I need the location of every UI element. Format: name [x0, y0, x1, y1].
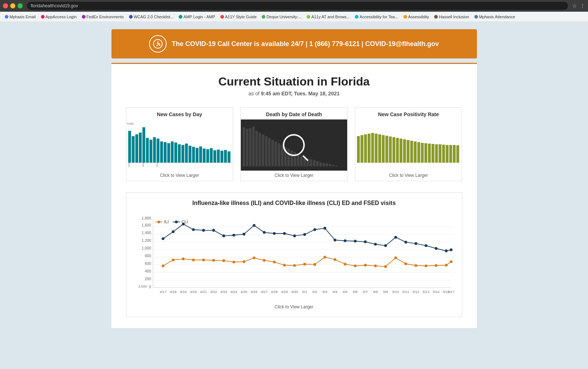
svg-rect-27 [210, 148, 213, 163]
bookmark-label: Mphasis Email [10, 15, 36, 19]
minimize-button[interactable] [10, 3, 15, 8]
bookmark-item[interactable]: A11Y Style Guide [219, 14, 259, 20]
svg-text:400: 400 [145, 269, 151, 273]
svg-rect-71 [368, 134, 371, 163]
bookmarks-bar: Mphasis EmailAppAccess LoginFedEx Enviro… [0, 12, 588, 22]
svg-rect-7 [139, 133, 141, 163]
bookmark-item[interactable]: Mphasis Attendance [473, 14, 517, 20]
svg-point-130 [283, 232, 286, 235]
svg-point-137 [354, 240, 357, 243]
svg-point-138 [364, 240, 367, 243]
bookmark-item[interactable]: Hassell Inclusion [432, 14, 471, 20]
svg-text:4/20: 4/20 [190, 290, 197, 294]
svg-rect-85 [417, 142, 420, 163]
svg-point-141 [394, 236, 397, 239]
svg-point-176 [445, 264, 448, 267]
ili-title: Influenza-like illness (ILI) and COVID-l… [134, 200, 455, 206]
svg-point-157 [253, 256, 255, 259]
browser-action-icons: ☆ ⋮ [572, 3, 585, 9]
bookmark-item[interactable]: WCAG 2.0 Checklist... [127, 14, 175, 20]
svg-point-133 [313, 228, 316, 231]
svg-rect-6 [135, 134, 138, 163]
svg-point-175 [435, 264, 437, 267]
ili-chart: 0 200 400 600 800 1,000 1,200 1,400 1,60… [134, 212, 455, 300]
svg-rect-77 [389, 137, 392, 163]
main-content: Current Situation in Florida as of 9:45 … [111, 63, 477, 328]
new-cases-click-label[interactable]: Click to View Larger [126, 171, 233, 181]
svg-point-122 [202, 229, 205, 232]
bookmark-item[interactable]: AMP Login - AMP [177, 14, 217, 20]
bookmark-icon [5, 15, 8, 19]
svg-text:5/8: 5/8 [373, 290, 378, 294]
death-chart-card[interactable]: Death by Date of Death [240, 107, 348, 181]
svg-point-153 [212, 259, 215, 262]
svg-text:5/6: 5/6 [353, 290, 357, 294]
svg-rect-69 [361, 135, 364, 163]
svg-point-143 [414, 242, 417, 245]
svg-rect-28 [213, 150, 216, 163]
bookmark-item[interactable]: Accessibility for Tea... [353, 14, 400, 20]
bookmark-icon [129, 15, 133, 19]
svg-text:1,600: 1,600 [141, 223, 151, 227]
svg-point-155 [232, 260, 235, 263]
svg-text:4/25: 4/25 [240, 290, 247, 294]
svg-text:5/11: 5/11 [402, 290, 409, 294]
maximize-button[interactable] [18, 3, 23, 8]
svg-text:2,000: 2,000 [138, 284, 147, 288]
positivity-click-label[interactable]: Click to View Larger [355, 171, 462, 181]
svg-point-135 [333, 239, 336, 241]
positivity-title: New Case Positivity Rate [355, 108, 462, 119]
bookmark-item[interactable]: Assessiblity [402, 14, 431, 20]
svg-rect-39 [246, 129, 248, 166]
svg-point-134 [323, 227, 326, 230]
bookmark-item[interactable]: Deque University:... [260, 14, 303, 20]
svg-text:4/19: 4/19 [180, 290, 187, 294]
svg-point-154 [222, 259, 225, 262]
svg-point-173 [414, 264, 417, 267]
ili-click-label[interactable]: Click to View Larger [134, 301, 455, 309]
svg-rect-89 [432, 144, 435, 163]
svg-rect-68 [357, 136, 360, 163]
svg-rect-60 [313, 160, 315, 166]
menu-icon[interactable]: ⋮ [580, 3, 585, 9]
svg-point-177 [449, 260, 452, 263]
bookmark-item[interactable]: A11y AT and Brows... [305, 14, 352, 20]
bookmark-label: AMP Login - AMP [183, 15, 215, 19]
svg-rect-31 [224, 150, 227, 163]
svg-rect-95 [453, 145, 456, 163]
svg-text:4/18: 4/18 [128, 163, 130, 167]
svg-rect-59 [310, 159, 312, 166]
svg-rect-10 [149, 140, 152, 163]
svg-point-156 [242, 260, 245, 263]
address-bar[interactable]: floridahealthcovid19.gov [27, 2, 568, 10]
star-icon[interactable]: ☆ [572, 3, 577, 9]
bookmark-item[interactable]: AppAccess Login [39, 14, 79, 20]
positivity-chart-card[interactable]: New Case Positivity Rate [355, 107, 462, 181]
bookmark-item[interactable]: FedEx Environments [80, 14, 126, 20]
bookmark-label: Mphasis Attendance [479, 15, 515, 19]
new-cases-chart: 5,848 4/18 4/20 4/22 [126, 119, 233, 171]
svg-rect-86 [421, 143, 424, 163]
bookmark-icon [82, 15, 86, 19]
death-chart-area [241, 119, 347, 171]
svg-point-158 [263, 259, 266, 262]
svg-rect-16 [171, 141, 174, 163]
bookmark-item[interactable]: Mphasis Email [3, 14, 38, 20]
browser-chrome: floridahealthcovid19.gov ☆ ⋮ [0, 0, 588, 12]
svg-point-150 [182, 258, 185, 260]
svg-text:5,848: 5,848 [127, 122, 133, 125]
bookmark-icon [474, 15, 478, 19]
svg-rect-88 [428, 144, 431, 163]
close-button[interactable] [3, 3, 8, 8]
svg-rect-75 [382, 135, 385, 163]
svg-rect-81 [403, 139, 406, 163]
svg-text:4/27: 4/27 [261, 290, 268, 294]
svg-rect-91 [439, 144, 441, 163]
svg-rect-74 [378, 134, 381, 163]
svg-rect-87 [425, 143, 428, 163]
new-cases-chart-card[interactable]: New Cases by Day [126, 107, 233, 181]
bookmark-icon [355, 15, 359, 19]
bookmark-icon [262, 15, 265, 19]
svg-rect-29 [217, 149, 220, 163]
death-click-label[interactable]: Click to View Larger [241, 171, 347, 181]
